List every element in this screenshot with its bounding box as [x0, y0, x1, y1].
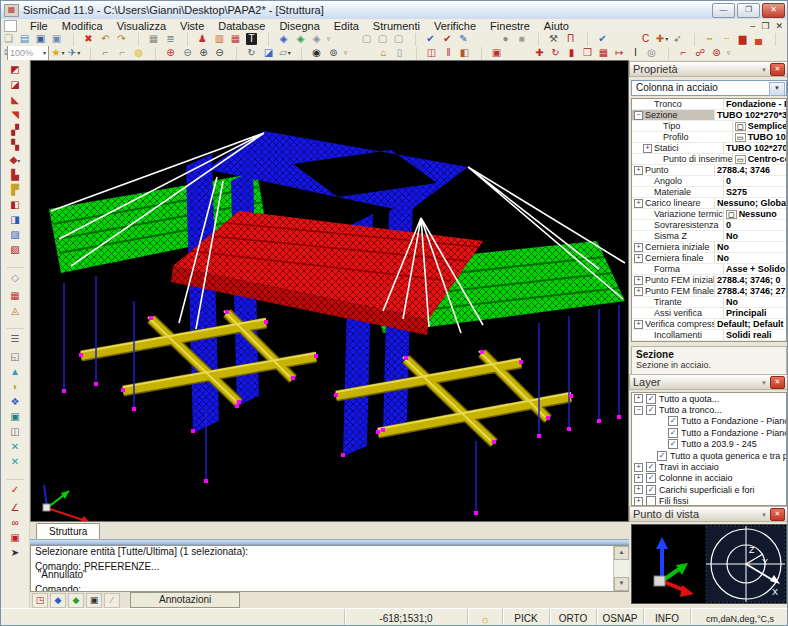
model-viewport[interactable]: [30, 60, 629, 522]
annotation-tool-icon[interactable]: ◆: [50, 593, 66, 608]
toolbar-icon[interactable]: ⌂: [376, 47, 392, 60]
property-row[interactable]: Forma Asse + Solido: [632, 264, 786, 275]
toolbar-icon[interactable]: ↦: [612, 47, 628, 60]
annotation-tool-icon[interactable]: ◳: [32, 593, 48, 608]
property-row[interactable]: + Cerniera iniziale No: [632, 242, 786, 253]
viewpoint-compass[interactable]: Z Y X: [632, 525, 786, 603]
menu-item[interactable]: Disegna: [272, 20, 326, 32]
menu-item[interactable]: Finestre: [483, 20, 537, 32]
toolbar-icon[interactable]: ❏: [1, 33, 17, 46]
property-value[interactable]: No: [715, 253, 786, 263]
property-row[interactable]: + Punto 2788.4; 3746: [632, 165, 786, 176]
toolbar-icon[interactable]: ⊕: [155, 47, 180, 60]
layer-checkbox[interactable]: ✓: [657, 451, 667, 461]
property-row[interactable]: + Punto FEM iniziale 2788.4; 3746; 0: [632, 275, 786, 286]
toolbar-icon[interactable]: ✈▾: [66, 47, 82, 60]
layer-checkbox[interactable]: ✓: [646, 405, 656, 415]
toolbar-icon[interactable]: ❐: [580, 47, 596, 60]
viewpoint-preview[interactable]: Z Y X: [631, 524, 787, 604]
toolbar-icon[interactable]: ⊕: [196, 47, 212, 60]
toolbar-icon[interactable]: ▣: [481, 47, 506, 60]
toolbar-icon[interactable]: ▦: [596, 47, 612, 60]
property-value[interactable]: TUBO 102*270*3: [715, 110, 786, 120]
toolbar-icon[interactable]: ⚒: [538, 33, 563, 46]
toolbar-icon[interactable]: ⌐: [115, 47, 131, 60]
chevron-down-icon[interactable]: ▼: [769, 82, 785, 96]
left-tool-icon[interactable]: ✓: [6, 479, 24, 501]
layer-item[interactable]: + ✓ Tutto a quota...: [632, 393, 786, 404]
toolbar-icon[interactable]: ▮: [564, 47, 580, 60]
menu-item[interactable]: Database: [211, 20, 272, 32]
toolbar-icon[interactable]: Π: [563, 33, 579, 46]
left-tool-icon[interactable]: ◧: [6, 198, 24, 213]
property-value[interactable]: Fondazione - Piano 6: [724, 99, 786, 109]
menu-item[interactable]: Modifica: [55, 20, 110, 32]
left-tool-icon[interactable]: ➤: [6, 546, 24, 561]
property-value[interactable]: 2788.4; 3746; 273.7: [715, 286, 786, 296]
toolbar-icon[interactable]: ▯: [392, 47, 408, 60]
left-tool-icon[interactable]: ☰: [6, 328, 24, 350]
property-value[interactable]: Nessuno; Globale: [715, 198, 786, 208]
toolbar-icon[interactable]: ▤: [17, 33, 33, 46]
toolbar-icon[interactable]: ▆: [735, 33, 751, 46]
status-toggle-button[interactable]: OSNAP: [596, 609, 643, 626]
left-tool-icon[interactable]: ▨: [6, 228, 24, 243]
property-value[interactable]: Principali: [724, 308, 786, 318]
mdi-minimize-button[interactable]: –: [750, 21, 755, 31]
left-tool-icon[interactable]: ◗: [6, 380, 24, 395]
left-tool-icon[interactable]: ◇: [6, 267, 24, 289]
toolbar-icon[interactable]: ◧: [457, 47, 473, 60]
property-value[interactable]: Default; Default: [715, 319, 786, 329]
property-value[interactable]: No: [724, 297, 786, 307]
close-panel-icon[interactable]: ✕: [770, 63, 785, 76]
left-tool-icon[interactable]: ∠: [6, 501, 24, 516]
toolbar-icon[interactable]: ★▾: [50, 47, 66, 60]
property-value[interactable]: Solidi reali: [724, 330, 786, 340]
toolbar-icon[interactable]: ≣: [163, 33, 179, 46]
scroll-down-icon[interactable]: ▼: [614, 577, 629, 591]
toolbar-icon[interactable]: ▿: [725, 47, 733, 60]
toolbar-icon[interactable]: C: [638, 33, 654, 46]
annotation-tool-icon[interactable]: ▣: [86, 593, 102, 608]
property-row[interactable]: − Sezione TUBO 102*270*3: [632, 110, 786, 121]
left-tool-icon[interactable]: ▛: [6, 183, 24, 198]
menu-item[interactable]: Verifiche: [427, 20, 483, 32]
toolbar-icon[interactable]: ▢: [391, 33, 407, 46]
property-row[interactable]: + Statici TUBO 102*270*3: [632, 143, 786, 154]
toolbar-icon[interactable]: ◎: [644, 47, 660, 60]
layer-checkbox[interactable]: ✓: [646, 473, 656, 483]
property-row[interactable]: Sisma Z No: [632, 231, 786, 242]
properties-panel-header[interactable]: Proprietà ▾ ✕: [629, 61, 788, 77]
left-tool-icon[interactable]: ▣: [6, 410, 24, 425]
left-tool-icon[interactable]: ▙: [6, 168, 24, 183]
layer-item[interactable]: ✓ Tutto a quota generica e tra piani: [632, 450, 786, 461]
menu-item[interactable]: Visualizza: [110, 20, 173, 32]
tab-struttura[interactable]: Struttura: [36, 523, 100, 539]
toolbar-icon[interactable]: ◫: [416, 47, 441, 60]
toolbar-icon[interactable]: ↷: [114, 33, 130, 46]
command-line-area[interactable]: Selezionare entità [Tutte/Ultima] (1 sel…: [30, 545, 629, 592]
left-tool-icon[interactable]: ✕: [6, 440, 24, 455]
toolbar-icon[interactable]: Ⅰ: [628, 47, 644, 60]
toolbar-icon[interactable]: ◈: [293, 33, 309, 46]
property-row[interactable]: Incollamenti Solidi reali: [632, 330, 786, 341]
layer-item[interactable]: ✓ Tutto a Fondazione - Piano 9: [632, 427, 786, 438]
menu-item[interactable]: Aiuto: [537, 20, 576, 32]
left-tool-icon[interactable]: ◨: [6, 213, 24, 228]
scroll-up-icon[interactable]: ▲: [614, 546, 629, 560]
left-tool-icon[interactable]: ▞: [6, 123, 24, 138]
left-tool-icon[interactable]: ◬: [6, 304, 24, 319]
pin-icon[interactable]: ▾: [758, 377, 770, 388]
left-tool-icon[interactable]: ▦: [6, 289, 24, 304]
property-value[interactable]: ▢ Semplice: [733, 121, 786, 131]
toolbar-icon[interactable]: ●: [498, 33, 514, 46]
property-row[interactable]: Profilo ▭ TUBO 102*270*3: [632, 132, 786, 143]
left-tool-icon[interactable]: ✕: [6, 455, 24, 470]
property-value[interactable]: No: [715, 242, 786, 252]
property-row[interactable]: Punto di inserimento ▭ Centro-centro: [632, 154, 786, 165]
layer-checkbox[interactable]: [646, 496, 656, 506]
property-value[interactable]: 2788.4; 3746; 0: [715, 275, 786, 285]
toolbar-icon[interactable]: ↻: [548, 47, 564, 60]
toolbar-icon[interactable]: ↶: [98, 33, 114, 46]
left-tool-icon[interactable]: ∞: [6, 516, 24, 531]
